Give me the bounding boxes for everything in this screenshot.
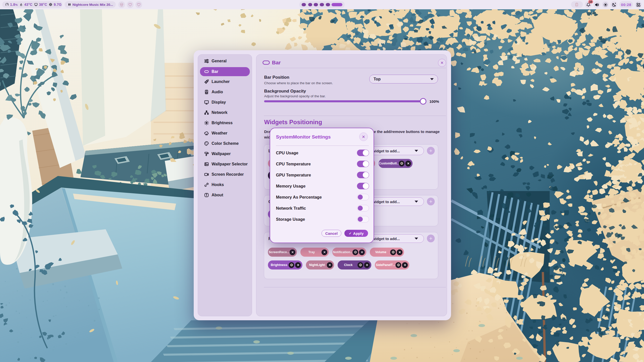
svg-text:C: C	[576, 4, 577, 6]
